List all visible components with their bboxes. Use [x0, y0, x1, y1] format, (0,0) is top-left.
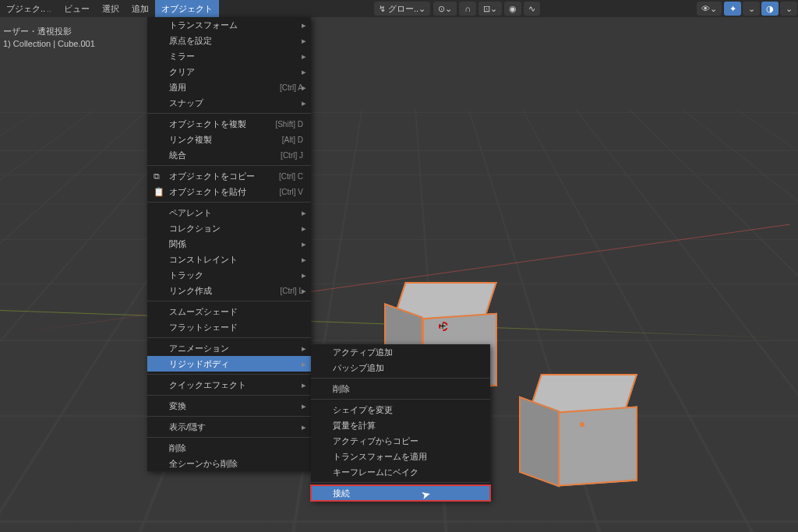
rigidbody-submenu[interactable]: アクティブ追加パッシブ追加削除シェイプを変更質量を計算アクティブからコピートラン…: [311, 344, 490, 501]
proportional-falloff-dropdown[interactable]: ∿: [524, 2, 540, 16]
overlay-toggle[interactable]: ◑: [761, 2, 779, 16]
object-menu-item[interactable]: スナップ▸: [147, 95, 311, 111]
object-menu-item[interactable]: アニメーション▸: [147, 340, 311, 356]
menu-item-label: 変換: [169, 400, 186, 412]
object-menu-item[interactable]: 表示/隠す▸: [147, 419, 311, 435]
object-menu-item[interactable]: スムーズシェード: [147, 304, 311, 319]
menu-item-label: フラットシェード: [169, 322, 238, 333]
object-menu-item[interactable]: 📋オブジェクトを貼付[Ctrl] V: [147, 184, 311, 199]
menu-separator: [147, 337, 311, 338]
menu-item-label: スナップ: [169, 97, 203, 109]
object-menu-item[interactable]: 変換▸: [147, 398, 311, 414]
orientation-icon: ↯: [379, 4, 386, 14]
menu-item-label: 質量を計算: [333, 420, 376, 432]
magnet-icon: ∩: [464, 4, 471, 13]
menu-shortcut: [Ctrl] A: [280, 83, 303, 92]
menu-separator: [311, 378, 490, 379]
gizmo-toggle[interactable]: ✦: [724, 2, 741, 16]
menu-item-label: オブジェクトを貼付: [169, 186, 246, 198]
rigidbody-menu-item[interactable]: 削除: [311, 381, 490, 396]
overlay-dropdown[interactable]: ⌄: [780, 2, 797, 16]
submenu-arrow-icon: ▸: [302, 270, 306, 280]
menu-item-label: アクティブからコピー: [333, 435, 418, 447]
menu-item-icon: 📋: [154, 187, 164, 197]
object-menu[interactable]: トランスフォーム▸原点を設定▸ミラー▸クリア▸適用[Ctrl] A▸スナップ▸オ…: [147, 17, 311, 471]
rigidbody-menu-item[interactable]: キーフレームにベイク: [311, 464, 490, 480]
gizmo-dropdown[interactable]: ⌄: [743, 2, 760, 16]
object-menu-item[interactable]: フラットシェード: [147, 319, 311, 335]
object-menu-item[interactable]: 関係▸: [147, 236, 311, 252]
menu-separator: [311, 482, 490, 483]
projection-label: ーザー・透視投影: [0, 25, 98, 38]
menu-item-label: リンク複製: [169, 134, 212, 146]
menu-item-label: 表示/隠す: [169, 421, 206, 433]
menu-view[interactable]: ビュー: [58, 0, 96, 17]
proportional-edit-toggle[interactable]: ◉: [504, 2, 521, 16]
object-menu-item[interactable]: リジッドボディ▸: [147, 356, 311, 372]
chevron-down-icon: ⌄: [418, 4, 425, 14]
menu-item-label: 接続: [333, 488, 350, 499]
menu-object[interactable]: オブジェクト: [155, 0, 219, 17]
object-menu-item[interactable]: 適用[Ctrl] A▸: [147, 79, 311, 95]
object-menu-item[interactable]: 統合[Ctrl] J: [147, 147, 311, 163]
menu-item-label: リンク作成: [169, 285, 212, 297]
menu-item-label: クリア: [169, 66, 195, 78]
snap-dropdown[interactable]: ⊡⌄: [478, 2, 502, 16]
chevron-down-icon: ⌄: [445, 4, 452, 14]
object-menu-item[interactable]: クリア▸: [147, 64, 311, 79]
menu-separator: [147, 437, 311, 438]
object-menu-item[interactable]: 削除: [147, 440, 311, 456]
menu-item-label: オブジェクトをコピー: [169, 171, 255, 182]
menu-item-label: 削除: [333, 383, 350, 395]
submenu-arrow-icon: ▸: [302, 224, 306, 234]
submenu-arrow-icon: ▸: [302, 255, 306, 265]
menu-item-label: パッシブ追加: [333, 362, 384, 374]
submenu-arrow-icon: ▸: [302, 359, 306, 369]
object-menu-item[interactable]: コンストレイント▸: [147, 252, 311, 267]
rigidbody-menu-item[interactable]: シェイプを変更: [311, 402, 490, 417]
chevron-down-icon: ⌄: [710, 4, 717, 14]
object-menu-item[interactable]: リンク作成[Ctrl] L▸: [147, 283, 311, 298]
submenu-arrow-icon: ▸: [302, 380, 306, 390]
object-menu-item[interactable]: ⧉オブジェクトをコピー[Ctrl] C: [147, 168, 311, 184]
object-menu-item[interactable]: オブジェクトを複製[Shift] D: [147, 116, 311, 132]
rigidbody-menu-item[interactable]: アクティブからコピー: [311, 433, 490, 449]
menu-item-label: アクティブ追加: [333, 347, 393, 358]
menu-item-label: スムーズシェード: [169, 306, 238, 318]
object-menu-item[interactable]: トランスフォーム▸: [147, 17, 311, 33]
menu-item-label: 適用: [169, 82, 186, 93]
mode-dropdown[interactable]: ブジェク..: [0, 0, 58, 17]
object-menu-item[interactable]: コレクション▸: [147, 220, 311, 236]
rigidbody-menu-item[interactable]: 質量を計算: [311, 417, 490, 433]
snap-toggle[interactable]: ∩: [459, 2, 476, 16]
object-menu-item[interactable]: ミラー▸: [147, 48, 311, 64]
proportional-icon: ◉: [509, 4, 517, 14]
menu-item-label: トラック: [169, 270, 203, 281]
menu-item-label: 統合: [169, 150, 186, 161]
pivot-dropdown[interactable]: ⊙⌄: [433, 2, 457, 16]
menu-item-label: 関係: [169, 238, 186, 250]
visibility-dropdown[interactable]: 👁⌄: [697, 2, 722, 16]
submenu-arrow-icon: ▸: [302, 51, 306, 62]
rigidbody-menu-item[interactable]: トランスフォームを適用: [311, 449, 490, 464]
object-menu-item[interactable]: リンク複製[Alt] D: [147, 132, 311, 147]
menu-select[interactable]: 選択: [96, 0, 125, 17]
object-menu-item[interactable]: 原点を設定▸: [147, 33, 311, 48]
menu-add[interactable]: 追加: [125, 0, 155, 17]
object-menu-item[interactable]: トラック▸: [147, 267, 311, 283]
menu-shortcut: [Ctrl] V: [279, 188, 303, 196]
object-origin-dot: [580, 422, 584, 427]
eye-icon: 👁: [701, 4, 710, 13]
object-menu-item[interactable]: 全シーンから削除: [147, 456, 311, 471]
rigidbody-menu-item[interactable]: アクティブ追加: [311, 344, 490, 360]
rigidbody-menu-item[interactable]: 接続: [311, 485, 490, 501]
rigidbody-menu-item[interactable]: パッシブ追加: [311, 360, 490, 375]
menu-shortcut: [Shift] D: [275, 120, 303, 129]
menu-item-label: ペアレント: [169, 207, 212, 219]
menu-item-label: コンストレイント: [169, 254, 238, 266]
menu-separator: [147, 165, 311, 166]
object-menu-item[interactable]: クイックエフェクト▸: [147, 377, 311, 393]
orientation-dropdown[interactable]: ↯ グロー..⌄: [374, 2, 430, 16]
chevron-down-icon: ⌄: [748, 4, 755, 14]
object-menu-item[interactable]: ペアレント▸: [147, 205, 311, 220]
